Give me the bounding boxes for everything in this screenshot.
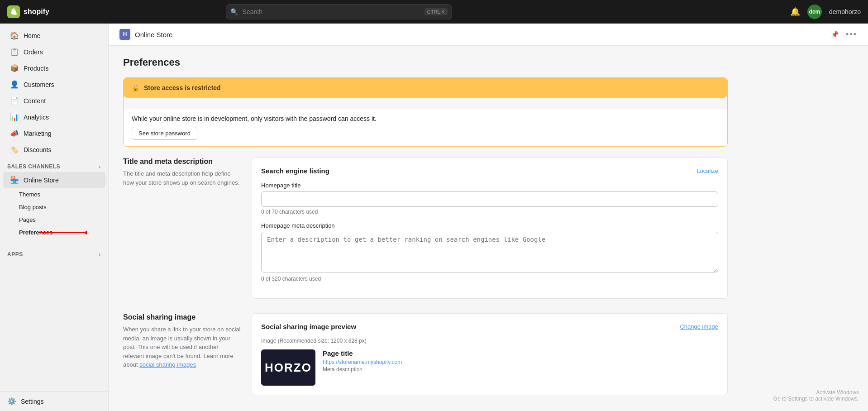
meta-desc-char-count: 0 of 320 characters used	[261, 276, 718, 282]
sidebar-item-label: Content	[24, 97, 46, 105]
user-initials: dem	[809, 9, 820, 15]
sidebar-item-settings[interactable]: ⚙️ Settings	[0, 391, 108, 411]
search-engine-card-header: Search engine listing Localize	[261, 167, 718, 175]
analytics-icon: 📊	[10, 113, 19, 121]
sales-channels-expand-icon[interactable]: ›	[99, 163, 101, 170]
social-page-title: Page title	[323, 349, 402, 357]
discounts-icon: 🏷️	[10, 145, 19, 154]
homepage-title-char-count: 0 of 70 characters used	[261, 209, 718, 215]
home-icon: 🏠	[10, 31, 19, 40]
settings-label: Settings	[21, 398, 44, 405]
sidebar-item-customers[interactable]: 👤 Customers	[3, 76, 105, 92]
social-preview-content: HORZO Page title https://storename.mysho…	[261, 349, 718, 386]
top-navigation: shopify 🔍 CTRL K 🔔 dem demohorzo	[0, 0, 868, 24]
homepage-title-label: Homepage title	[261, 182, 718, 189]
title-meta-heading: Title and meta description	[123, 158, 241, 166]
social-sharing-description: When you share a link to your store on s…	[123, 325, 241, 369]
sidebar-item-content[interactable]: 📄 Content	[3, 93, 105, 109]
sidebar-sub-item-themes[interactable]: Themes	[3, 188, 105, 201]
alert-body: While your online store is in developmen…	[124, 109, 727, 146]
sidebar-sub-item-preferences[interactable]: Preferences	[3, 226, 105, 239]
marketing-icon: 📣	[10, 129, 19, 138]
page-title: Preferences	[123, 57, 728, 68]
social-preview-card-header: Social sharing image preview Change imag…	[261, 323, 718, 330]
shopify-logo-icon	[7, 5, 20, 18]
pin-icon[interactable]: 📌	[831, 31, 839, 38]
sidebar-item-marketing[interactable]: 📣 Marketing	[3, 125, 105, 141]
title-meta-section: Title and meta description The title and…	[123, 158, 728, 299]
notifications-icon[interactable]: 🔔	[790, 7, 800, 17]
homepage-title-group: Homepage title 0 of 70 characters used	[261, 182, 718, 215]
meta-desc-group: Homepage meta description 0 of 320 chara…	[261, 222, 718, 282]
search-input[interactable]	[226, 4, 452, 19]
social-preview-heading: Social sharing image preview	[261, 323, 356, 330]
lock-icon: 🔒	[132, 84, 139, 91]
channel-header: H Online Store 📌 •••	[109, 24, 868, 46]
top-nav-right: 🔔 dem demohorzo	[790, 5, 861, 19]
social-url: https://storename.myshopify.com	[323, 359, 402, 365]
username-label: demohorzo	[829, 8, 861, 15]
title-meta-label: Title and meta description The title and…	[123, 158, 241, 299]
image-recommendation: Image (Recommended size: 1200 x 628 px)	[261, 338, 718, 344]
social-sharing-section: Social sharing image When you share a li…	[123, 313, 728, 395]
sidebar-item-home[interactable]: 🏠 Home	[3, 28, 105, 43]
apps-expand-icon[interactable]: ›	[99, 251, 101, 258]
channel-icon-letter: H	[123, 31, 127, 38]
sidebar-item-label: Customers	[24, 81, 54, 88]
localize-link[interactable]: Localize	[696, 167, 718, 174]
customers-icon: 👤	[10, 80, 19, 89]
products-icon: 📦	[10, 64, 19, 72]
channel-title: H Online Store	[119, 29, 172, 40]
alert-banner: 🔒 Store access is restricted	[124, 78, 727, 98]
sales-channels-header: Sales channels ›	[0, 158, 108, 172]
channel-icon: H	[119, 29, 130, 40]
preferences-label: Preferences	[19, 229, 52, 236]
homepage-title-input[interactable]	[261, 191, 718, 207]
sidebar-item-label: Discounts	[24, 146, 51, 153]
sidebar-item-label: Online Store	[24, 177, 59, 184]
settings-icon: ⚙️	[7, 397, 16, 406]
sidebar-item-online-store[interactable]: 🏪 Online Store	[3, 172, 105, 188]
social-sharing-label: Social sharing image When you share a li…	[123, 313, 241, 395]
pages-label: Pages	[19, 216, 36, 223]
online-store-icon: 🏪	[10, 176, 19, 184]
orders-icon: 📋	[10, 48, 19, 56]
horzo-logo-text: HORZO	[265, 361, 312, 375]
sidebar-nav-items: 🏠 Home 📋 Orders 📦 Products 👤 Customers 📄…	[0, 28, 108, 158]
shopify-logo[interactable]: shopify	[7, 5, 49, 18]
arrowhead-icon	[84, 230, 87, 235]
see-store-password-button[interactable]: See store password	[132, 127, 197, 140]
page-content: Preferences 🔒 Store access is restricted…	[109, 46, 742, 411]
sidebar-item-label: Orders	[24, 48, 43, 56]
meta-desc-textarea[interactable]	[261, 232, 718, 272]
sidebar-item-orders[interactable]: 📋 Orders	[3, 44, 105, 60]
search-bar[interactable]: 🔍 CTRL K	[226, 4, 452, 19]
social-logo-preview: HORZO	[261, 349, 315, 386]
search-engine-heading: Search engine listing	[261, 167, 329, 175]
sidebar-item-label: Marketing	[24, 130, 51, 137]
more-icon[interactable]: •••	[846, 30, 857, 39]
sidebar-sub-item-blog-posts[interactable]: Blog posts	[3, 201, 105, 213]
alert-description: While your online store is in developmen…	[132, 115, 719, 122]
sidebar-item-discounts[interactable]: 🏷️ Discounts	[3, 142, 105, 158]
sales-channels-label: Sales channels	[7, 163, 60, 170]
title-meta-description: The title and meta description help defi…	[123, 169, 241, 187]
change-image-link[interactable]: Change image	[680, 323, 718, 330]
meta-desc-label: Homepage meta description	[261, 222, 718, 229]
social-preview-card: Social sharing image preview Change imag…	[252, 313, 728, 395]
search-icon: 🔍	[230, 8, 238, 15]
social-meta: Page title https://storename.myshopify.c…	[323, 349, 402, 373]
themes-label: Themes	[19, 191, 40, 198]
blog-posts-label: Blog posts	[19, 204, 47, 210]
search-keyboard-shortcut: CTRL K	[424, 8, 448, 15]
learn-more-link[interactable]: social sharing images	[139, 361, 196, 368]
social-sharing-heading: Social sharing image	[123, 313, 241, 321]
sidebar-item-label: Analytics	[24, 114, 49, 121]
apps-label: Apps	[7, 251, 23, 258]
sidebar-sub-item-pages[interactable]: Pages	[3, 214, 105, 226]
sidebar-item-analytics[interactable]: 📊 Analytics	[3, 109, 105, 125]
user-avatar[interactable]: dem	[807, 5, 822, 19]
social-meta-desc: Meta description	[323, 366, 402, 373]
brand-name: shopify	[24, 8, 49, 16]
sidebar-item-products[interactable]: 📦 Products	[3, 60, 105, 76]
